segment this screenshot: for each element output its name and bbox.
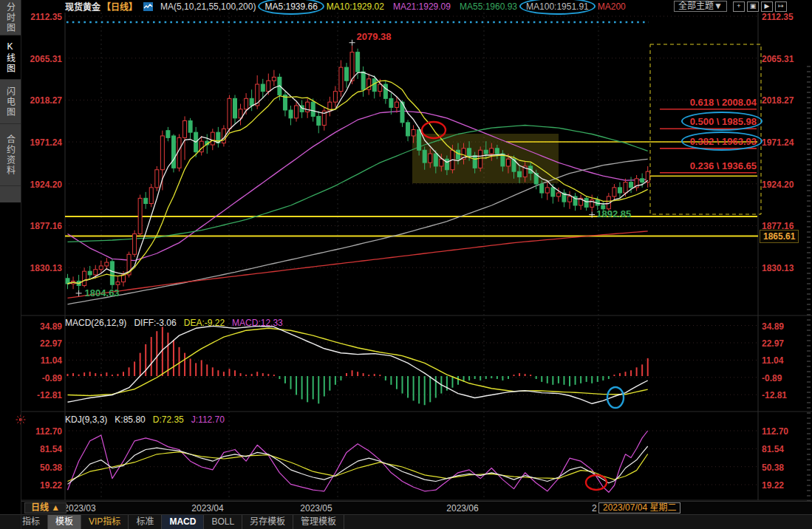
candle-body bbox=[267, 81, 270, 91]
kdj-k-line bbox=[68, 446, 648, 484]
toolbar-tab-5[interactable]: MACD bbox=[162, 515, 204, 529]
candle-body bbox=[545, 188, 549, 193]
candle-body bbox=[166, 131, 170, 138]
toolbar-tab-6[interactable]: BOLL bbox=[204, 515, 242, 529]
candle-body bbox=[245, 98, 248, 109]
current-date-badge: 2023/07/04 星期二 bbox=[598, 502, 680, 513]
candle-body bbox=[440, 159, 443, 166]
candle-body bbox=[345, 67, 349, 81]
period-selector[interactable]: 日线 ▲ bbox=[24, 502, 66, 513]
candle-body bbox=[389, 98, 393, 107]
candle-body bbox=[568, 197, 572, 202]
candle-body bbox=[490, 149, 494, 154]
candle-body bbox=[479, 150, 482, 168]
candle-body bbox=[457, 150, 460, 159]
candle-body bbox=[641, 179, 644, 182]
candle-body bbox=[378, 84, 382, 92]
macd-dea-line bbox=[68, 328, 648, 395]
low-marker bbox=[76, 290, 82, 296]
candle-body bbox=[105, 262, 109, 266]
candle-body bbox=[116, 282, 120, 285]
chart-info-bar: 现货黄金 【日线】 MA(5,10,21,55,100,200) MA5:193… bbox=[22, 0, 812, 13]
indicator-ray bbox=[23, 422, 24, 423]
time-axis-bar: 2 2023/07/04 星期二 bbox=[21, 501, 812, 515]
sidebar-item-2[interactable]: K线图 bbox=[0, 35, 21, 80]
candle-body bbox=[495, 149, 499, 154]
popout-icon[interactable]: ↦ bbox=[775, 1, 787, 12]
window-controls: +▣▶↦ bbox=[727, 1, 787, 12]
toolbar-tab-4[interactable]: 标准 bbox=[129, 515, 162, 529]
theme-dropdown-button[interactable]: 全部主题▼ bbox=[674, 1, 727, 12]
candle-body bbox=[372, 79, 376, 92]
indicator-ray bbox=[23, 416, 24, 417]
candle-body bbox=[188, 120, 192, 132]
candle-body bbox=[333, 92, 337, 102]
ma-value-1: MA5:1939.66 bbox=[265, 1, 317, 12]
sidebar-item-3[interactable]: 闪电图 bbox=[0, 80, 21, 124]
candle-body bbox=[473, 155, 477, 168]
candle-body bbox=[94, 270, 98, 275]
ma-params: MA(5,10,21,55,100,200) bbox=[160, 1, 256, 12]
sidebar-item-1[interactable]: 分时图 bbox=[0, 0, 21, 35]
candle-body bbox=[395, 102, 398, 107]
toolbar-tab-3[interactable]: VIP指标 bbox=[81, 515, 129, 529]
period-tag: 【日线】 bbox=[102, 0, 137, 13]
candle-body bbox=[233, 98, 237, 118]
candle-body bbox=[99, 266, 103, 270]
candle-body bbox=[138, 198, 142, 233]
candle-body bbox=[295, 106, 298, 118]
candle-body bbox=[624, 182, 627, 193]
ma-value-3: MA21:1929.09 bbox=[393, 1, 451, 12]
candle-body bbox=[311, 102, 315, 116]
indicator-ray bbox=[17, 422, 18, 423]
candle-body bbox=[250, 98, 253, 106]
fit-chart-icon[interactable]: ▣ bbox=[747, 1, 759, 12]
candle-body bbox=[445, 159, 448, 169]
candle-body bbox=[306, 102, 310, 112]
trading-terminal: 分时图K线图闪电图合约资料 现货黄金 【日线】 MA(5,10,21,55,10… bbox=[0, 0, 812, 529]
toolbar-tab-8[interactable]: 管理模板 bbox=[293, 515, 344, 529]
candle-body bbox=[601, 205, 605, 209]
sidebar-item-4[interactable]: 合约资料 bbox=[0, 124, 21, 186]
toolbar-tab-2[interactable]: 模板 bbox=[48, 515, 81, 529]
candle-body bbox=[518, 171, 522, 177]
candle-body bbox=[406, 123, 410, 136]
candle-body bbox=[155, 170, 159, 188]
ma-value-2: MA10:1929.02 bbox=[327, 1, 384, 12]
candle-body bbox=[83, 271, 86, 285]
candle-body bbox=[613, 188, 616, 197]
candle-body bbox=[317, 116, 321, 125]
sidebar-divider bbox=[21, 0, 21, 529]
candle-body bbox=[350, 52, 354, 81]
candle-body bbox=[468, 149, 471, 156]
overlay-ma10 bbox=[68, 81, 648, 284]
overlay-ma100 bbox=[68, 159, 648, 304]
overlay-ma5 bbox=[68, 72, 648, 284]
candle-body bbox=[160, 136, 164, 170]
ma-legend: MA5:1939.66MA10:1929.02MA21:1929.09MA55:… bbox=[256, 1, 625, 12]
candle-body bbox=[417, 130, 421, 151]
candle-body bbox=[211, 132, 214, 145]
chart-canvas[interactable] bbox=[0, 0, 812, 529]
candle-body bbox=[272, 77, 276, 81]
toolbar-tab-7[interactable]: 另存模板 bbox=[242, 515, 293, 529]
toolbar-tab-1[interactable]: 指标 bbox=[15, 515, 48, 529]
candle-body bbox=[556, 193, 560, 197]
red-circle-kdj bbox=[586, 475, 607, 490]
chart-type-sidebar: 分时图K线图闪电图合约资料 bbox=[0, 0, 21, 202]
bottom-toolbar: 指标模板VIP指标标准MACDBOLL另存模板管理模板 bbox=[0, 514, 812, 529]
candle-body bbox=[540, 184, 544, 193]
candle-body bbox=[110, 262, 114, 284]
candle-body bbox=[261, 84, 265, 92]
candle-body bbox=[423, 150, 426, 163]
partial-month-label: 2 bbox=[592, 503, 597, 513]
ma-value-6: MA200 bbox=[598, 1, 626, 12]
candle-body bbox=[144, 198, 148, 203]
scroll-right-icon[interactable]: ▶ bbox=[761, 1, 773, 12]
candle-body bbox=[383, 84, 387, 98]
candle-body bbox=[630, 182, 633, 188]
candle-body bbox=[133, 234, 137, 255]
candle-body bbox=[484, 150, 488, 154]
candle-body bbox=[171, 136, 175, 168]
move-icon[interactable]: + bbox=[733, 1, 745, 12]
